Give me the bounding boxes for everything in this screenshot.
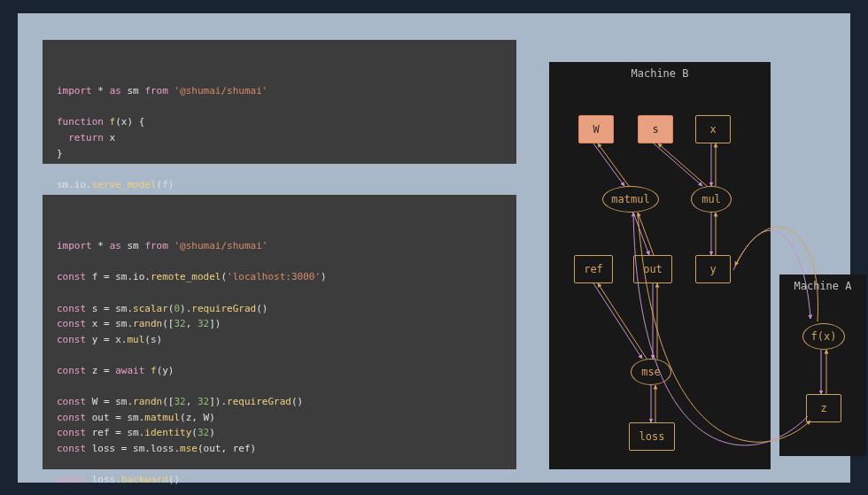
graph-b-node-W: W (578, 115, 614, 143)
graph-b-node-y: y (695, 255, 731, 283)
code-client: import * as sm from '@shumai/shumai' con… (43, 195, 516, 469)
graph-a-node-z: z (806, 394, 841, 422)
graph-a-edges (779, 275, 866, 456)
graph-b-node-mse: mse (631, 359, 671, 385)
graph-b-node-mul: mul (691, 186, 732, 213)
code-client-content: import * as sm from '@shumai/shumai' con… (57, 238, 502, 488)
graph-b-node-loss: loss (629, 422, 675, 451)
graph-b-node-s: s (638, 115, 673, 143)
graph-b-title: Machine B (549, 67, 771, 80)
graph-b-node-matmul: matmul (602, 186, 659, 213)
graph-b-node-x: x (695, 115, 731, 143)
graph-machine-b: Machine B (549, 62, 771, 469)
code-server: import * as sm from '@shumai/shumai' fun… (43, 40, 516, 164)
graph-a-title: Machine A (779, 280, 866, 292)
graph-b-node-ref: ref (574, 255, 613, 283)
slide-canvas: import * as sm from '@shumai/shumai' fun… (18, 13, 850, 483)
graph-machine-a: Machine A f(x)z (779, 275, 866, 456)
graph-b-node-out: out (633, 255, 672, 283)
code-server-content: import * as sm from '@shumai/shumai' fun… (57, 83, 502, 192)
graph-a-node-fx: f(x) (802, 323, 845, 350)
